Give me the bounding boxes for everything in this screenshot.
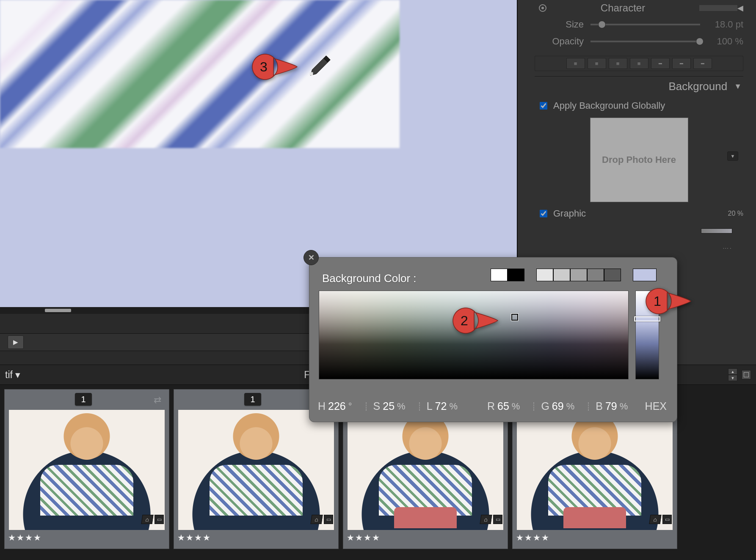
color-field-marker[interactable]	[511, 314, 518, 321]
align-right-button[interactable]: ≡	[609, 58, 627, 69]
thumbnail-size-up[interactable]: ▲	[728, 368, 737, 375]
current-color-swatch[interactable]	[633, 269, 657, 281]
thumb-image[interactable]	[178, 410, 334, 530]
graphic-checkbox[interactable]	[540, 210, 547, 217]
thumb-badges: ⌂ ▭	[311, 515, 333, 524]
graphic-opacity-dots-row: ….	[535, 239, 743, 253]
l-value[interactable]: 72	[435, 400, 447, 412]
thumb-badges: ⌂ ▭	[650, 515, 672, 524]
color-picker-title: Background Color :	[322, 272, 417, 285]
size-value: 18.0 pt	[703, 19, 743, 30]
color-picker-popup[interactable]: ✕ Background Color : H 226 ° S 25 % L 72…	[309, 257, 677, 422]
r-label: R	[487, 400, 495, 412]
placed-photo[interactable]	[0, 0, 400, 148]
file-type-dropdown[interactable]: tif ▾	[5, 369, 20, 381]
thumb-rating[interactable]: ★★★★	[347, 533, 381, 543]
canvas-scrollbar-thumb[interactable]	[45, 309, 71, 312]
align-left-button[interactable]: ≡	[566, 58, 585, 69]
opacity-value: 100 %	[703, 36, 743, 47]
crop-icon[interactable]: ▭	[662, 515, 672, 524]
character-header[interactable]: Character ◀	[535, 0, 743, 16]
keyword-icon[interactable]: ⌂	[141, 515, 153, 524]
l-label: L	[427, 400, 433, 412]
valign-middle-button[interactable]: ━	[672, 58, 691, 69]
dropzone-options-button[interactable]: ▼	[727, 151, 738, 161]
thumb-image[interactable]	[348, 410, 503, 530]
opacity-row: Opacity 100 %	[535, 33, 743, 50]
dropzone-label: Drop Photo Here	[602, 154, 676, 165]
size-slider-knob[interactable]	[598, 21, 606, 28]
ellipsis-icon: ….	[723, 243, 732, 250]
graphic-opacity-slider[interactable]	[701, 228, 732, 233]
opacity-slider-knob[interactable]	[696, 38, 704, 45]
character-color-swatch[interactable]	[699, 5, 737, 11]
b-value[interactable]: 79	[605, 400, 617, 412]
r-value[interactable]: 65	[497, 400, 509, 412]
crop-icon[interactable]: ▭	[155, 515, 164, 524]
g-unit: %	[566, 401, 575, 412]
visibility-icon[interactable]	[539, 4, 546, 12]
swatch-gray[interactable]	[553, 269, 570, 281]
s-unit: %	[397, 401, 406, 412]
color-readout: H 226 ° S 25 % L 72 % R 65 % G 69 % B 79…	[318, 400, 668, 412]
l-unit: %	[449, 401, 458, 412]
thumb-rating[interactable]: ★★★★	[516, 533, 550, 543]
keyword-icon[interactable]: ⌂	[480, 515, 492, 524]
swatch-gray[interactable]	[587, 269, 604, 281]
r-unit: %	[512, 401, 520, 412]
keyword-icon[interactable]: ⌂	[310, 515, 323, 524]
h-value[interactable]: 226	[328, 400, 346, 412]
size-label: Size	[535, 19, 588, 30]
swatch-gray[interactable]	[536, 269, 553, 281]
lightness-slider[interactable]	[635, 291, 659, 379]
dropzone-wrap: Drop Photo Here ▼	[535, 115, 743, 205]
size-slider[interactable]	[590, 24, 700, 25]
s-value[interactable]: 25	[383, 400, 395, 412]
graphic-opacity-row	[535, 222, 743, 239]
close-color-picker-button[interactable]: ✕	[304, 250, 319, 265]
swatch-black[interactable]	[508, 269, 524, 281]
h-unit: °	[348, 401, 352, 412]
swatch-gray[interactable]	[570, 269, 587, 281]
thumb-badges: ⌂ ▭	[142, 515, 164, 524]
thumb-rating[interactable]: ★★★★	[177, 533, 211, 543]
g-value[interactable]: 69	[552, 400, 564, 412]
apply-globally-row[interactable]: Apply Background Globally	[535, 96, 743, 115]
color-field[interactable]	[319, 291, 629, 379]
lightness-slider-handle[interactable]	[634, 316, 660, 321]
expand-toolbar-button[interactable]: ▶	[8, 335, 24, 349]
crop-icon[interactable]: ▭	[324, 515, 333, 524]
bw-swatches	[491, 269, 524, 281]
grid-view-button[interactable]	[742, 370, 751, 379]
thumb-image[interactable]	[517, 410, 673, 530]
sync-icon: ⇄	[154, 395, 161, 406]
collapse-down-icon[interactable]: ▼	[734, 82, 742, 91]
character-title: Character	[546, 2, 699, 14]
apply-globally-checkbox[interactable]	[540, 102, 547, 110]
swatch-gray[interactable]	[604, 269, 621, 281]
valign-top-button[interactable]: ━	[651, 58, 670, 69]
filmstrip-thumb[interactable]: 1 ⇄ ⌂ ▭ ★★★★	[4, 389, 169, 549]
thumb-rating[interactable]: ★★★★	[8, 533, 42, 543]
thumbnail-size-down[interactable]: ▼	[728, 375, 737, 381]
hex-label[interactable]: HEX	[645, 400, 667, 412]
background-title: Background	[668, 80, 727, 93]
size-row: Size 18.0 pt	[535, 16, 743, 33]
background-section-header[interactable]: Background ▼	[535, 76, 743, 96]
opacity-slider[interactable]	[590, 41, 700, 42]
align-center-button[interactable]: ≡	[588, 58, 606, 69]
g-label: G	[541, 400, 549, 412]
graphic-opacity-value: 20 %	[714, 210, 743, 217]
crop-icon[interactable]: ▭	[493, 515, 502, 524]
thumb-image[interactable]	[9, 410, 165, 530]
align-justify-button[interactable]: ≡	[630, 58, 648, 69]
valign-bottom-button[interactable]: ━	[693, 58, 712, 69]
graphic-row: Graphic 20 %	[535, 205, 743, 222]
keyword-icon[interactable]: ⌂	[649, 515, 661, 524]
swatch-white[interactable]	[491, 269, 508, 281]
b-unit: %	[620, 401, 628, 412]
background-photo-dropzone[interactable]: Drop Photo Here	[590, 118, 688, 202]
thumb-index-badge: 1	[244, 393, 261, 406]
thumbnail-size-stepper[interactable]: ▲ ▼	[728, 368, 737, 381]
collapse-left-icon[interactable]: ◀	[737, 3, 743, 13]
